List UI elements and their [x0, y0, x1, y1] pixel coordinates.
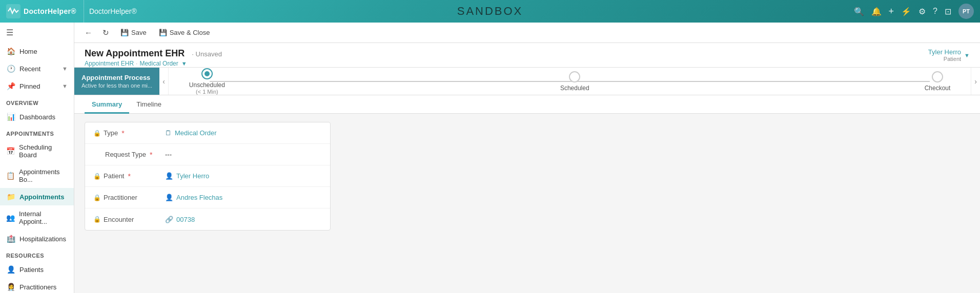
pinned-icon: 📌 [6, 82, 15, 90]
logo-icon [6, 4, 21, 18]
sidebar-item-patients[interactable]: 👤 Patients [0, 261, 74, 278]
save-icon: 💾 [120, 29, 129, 36]
tab-summary[interactable]: Summary [85, 96, 129, 114]
step-circle-scheduled [569, 71, 580, 82]
sidebar: ☰ 🏠 Home 🕐 Recent ▼ 📌 Pinned ▼ Overview … [0, 23, 74, 293]
internal-appt-icon: 👥 [6, 214, 15, 222]
save-button[interactable]: 💾 Save [115, 26, 152, 39]
main-layout: ☰ 🏠 Home 🕐 Recent ▼ 📌 Pinned ▼ Overview … [0, 23, 980, 293]
bell-icon[interactable]: 🔔 [871, 7, 882, 16]
logo-text: DoctorHelper® [24, 7, 76, 15]
share-icon[interactable]: ⊡ [945, 7, 951, 16]
main-content: 🔒 Type * 🗒 Medical Order Request Type * [74, 114, 980, 293]
field-type: 🔒 Type * 🗒 Medical Order [85, 122, 330, 144]
recent-icon: 🕐 [6, 65, 15, 73]
sandbox-title: SANDBOX [457, 5, 523, 18]
sidebar-item-appointments-bo[interactable]: 📋 Appointments Bo... [0, 163, 74, 188]
field-label-type: Type [104, 129, 118, 137]
progress-left-panel: Appointment Process Active for less than… [74, 68, 159, 95]
patient-info[interactable]: Tyler Herro Patient ▼ [928, 48, 970, 62]
field-label-practitioner: Practitioner [104, 194, 137, 201]
sidebar-item-label-practitioners: Practitioners [19, 283, 56, 291]
field-label-patient: Patient [104, 172, 124, 180]
sidebar-item-hospitalizations[interactable]: 🏥 Hospitalizations [0, 230, 74, 247]
lock-icon-type: 🔒 [93, 130, 101, 137]
field-label-encounter: Encounter [104, 216, 134, 223]
field-request-type: Request Type * --- [85, 144, 330, 165]
top-bar: DoctorHelper® DoctorHelper® SANDBOX 🔍 🔔 … [0, 0, 980, 23]
progress-title: Appointment Process [81, 74, 152, 81]
field-value-practitioner[interactable]: 👤 Andres Flechas [165, 194, 322, 201]
progress-track: Unscheduled (< 1 Min) Scheduled Checkout [169, 68, 971, 95]
sidebar-item-internal-appointments[interactable]: 👥 Internal Appoint... [0, 205, 74, 230]
sidebar-item-label-patients: Patients [19, 266, 44, 274]
content-area: ← ↻ 💾 Save 💾 Save & Close New Appointmen… [74, 23, 980, 293]
forward-button[interactable]: ↻ [98, 26, 113, 40]
sidebar-item-home[interactable]: 🏠 Home [0, 43, 74, 60]
step-label-checkout: Checkout [925, 85, 951, 92]
field-value-encounter[interactable]: 🔗 00738 [165, 216, 322, 223]
type-value-text: Medical Order [175, 129, 217, 137]
sidebar-item-label-hospitalizations: Hospitalizations [19, 235, 66, 243]
avatar[interactable]: PT [958, 4, 974, 19]
sidebar-item-dashboards[interactable]: 📊 Dashboards [0, 108, 74, 125]
section-header-resources: Resources [0, 247, 74, 261]
required-request-type: * [150, 151, 152, 159]
chevron-down-icon-2: ▼ [62, 83, 68, 89]
practitioner-value-text: Andres Flechas [176, 194, 222, 201]
home-icon: 🏠 [6, 47, 15, 55]
breadcrumb-link-2[interactable]: Medical Order [139, 60, 178, 67]
dashboards-icon: 📊 [6, 113, 15, 121]
field-label-request-type: Request Type [105, 151, 146, 158]
step-unscheduled: Unscheduled (< 1 Min) [189, 68, 225, 95]
breadcrumb-dropdown-icon[interactable]: ▼ [181, 60, 187, 67]
breadcrumb-link-1[interactable]: Appointment EHR [85, 60, 134, 67]
tab-timeline[interactable]: Timeline [129, 96, 169, 114]
patient-chevron-icon[interactable]: ▼ [964, 52, 970, 58]
sidebar-item-appointments[interactable]: 📁 Appointments [0, 188, 74, 205]
step-scheduled: Scheduled [560, 71, 589, 92]
sidebar-item-label-appointments-bo: Appointments Bo... [19, 168, 68, 183]
page-header: New Appointment EHR · Unsaved Appointmen… [74, 43, 980, 68]
form-card: 🔒 Type * 🗒 Medical Order Request Type * [85, 122, 331, 231]
appointments-bo-icon: 📋 [6, 172, 15, 180]
practitioners-icon: 👩‍⚕️ [6, 283, 15, 291]
page-title: New Appointment EHR [85, 48, 185, 59]
field-value-type[interactable]: 🗒 Medical Order [165, 129, 322, 137]
encounter-value-text: 00738 [176, 216, 195, 223]
appointments-icon: 📁 [6, 193, 15, 201]
sidebar-toggle[interactable]: ☰ [0, 23, 74, 43]
request-type-value-text: --- [165, 151, 172, 158]
field-encounter: 🔒 Encounter 🔗 00738 [85, 208, 330, 230]
progress-nav-left-button[interactable]: ‹ [159, 68, 169, 95]
save-close-icon: 💾 [159, 29, 167, 36]
required-patient: * [128, 172, 130, 180]
settings-icon[interactable]: ⚙ [918, 7, 926, 16]
lock-icon-patient: 🔒 [93, 173, 101, 180]
progress-nav-right-button[interactable]: › [971, 68, 980, 95]
patient-name: Tyler Herro [928, 48, 961, 56]
top-bar-actions: 🔍 🔔 + ⚡ ⚙ ? ⊡ PT [854, 4, 974, 19]
lock-icon-encounter: 🔒 [93, 216, 101, 223]
patients-icon: 👤 [6, 265, 15, 274]
field-value-request-type[interactable]: --- [165, 151, 322, 158]
sidebar-item-pinned[interactable]: 📌 Pinned ▼ [0, 77, 74, 95]
sidebar-item-scheduling-board[interactable]: 📅 Scheduling Board [0, 139, 74, 163]
sidebar-item-practitioners[interactable]: 👩‍⚕️ Practitioners [0, 278, 74, 293]
sidebar-item-label-pinned: Pinned [19, 82, 40, 90]
field-patient: 🔒 Patient * 👤 Tyler Herro [85, 165, 330, 187]
search-icon[interactable]: 🔍 [854, 7, 864, 16]
sidebar-item-recent[interactable]: 🕐 Recent ▼ [0, 60, 74, 77]
patient-value-icon: 👤 [165, 172, 173, 180]
field-value-patient[interactable]: 👤 Tyler Herro [165, 172, 322, 180]
practitioner-value-icon: 👤 [165, 194, 173, 201]
hospitalizations-icon: 🏥 [6, 235, 15, 243]
filter-icon[interactable]: ⚡ [901, 7, 911, 16]
back-button[interactable]: ← [80, 26, 96, 39]
plus-icon[interactable]: + [889, 6, 894, 17]
progress-steps: Unscheduled (< 1 Min) Scheduled Checkout [189, 68, 950, 95]
logo[interactable]: DoctorHelper® [6, 0, 84, 23]
save-close-button[interactable]: 💾 Save & Close [154, 26, 215, 39]
encounter-value-icon: 🔗 [165, 216, 173, 223]
help-icon[interactable]: ? [933, 7, 937, 16]
